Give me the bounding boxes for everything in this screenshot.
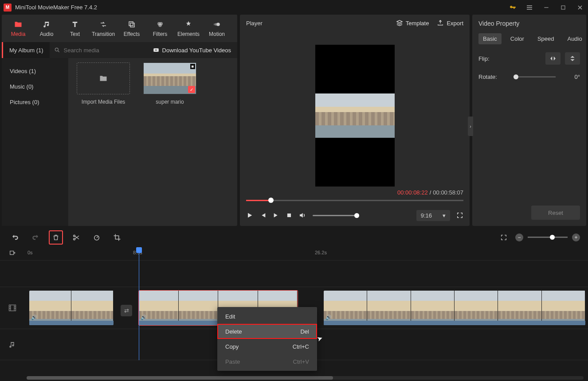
search-input[interactable] [64,47,122,54]
template-button[interactable]: Template [396,19,429,27]
next-frame-icon[interactable] [273,212,280,219]
property-panel: › Video Property Basic Color Speed Audio… [472,15,586,226]
crop-icon[interactable] [110,230,124,245]
maximize-icon[interactable] [559,3,568,12]
export-button[interactable]: Export [437,19,463,27]
media-sidebar: Videos (1) Music (0) Pictures (0) [2,58,68,226]
ruler-mark: 26.2s [315,250,327,255]
prev-frame-icon[interactable] [259,212,267,219]
zoom-slider[interactable] [528,237,568,238]
album-tab[interactable]: My Album (1) [2,42,50,58]
ctx-copy[interactable]: CopyCtrl+C [217,339,317,354]
svg-rect-1 [129,22,133,26]
tab-audio[interactable]: Audio [33,16,60,41]
timeline-toolbar: − + [0,227,588,247]
prop-tab-color[interactable]: Color [506,33,529,44]
ctx-paste: PasteCtrl+V [217,354,317,369]
rotate-slider[interactable] [516,76,556,78]
close-icon[interactable] [576,3,584,12]
media-thumb[interactable]: ■ ✓ [143,62,196,94]
redo-icon[interactable] [28,230,43,245]
timeline-scrollbar[interactable] [27,376,584,380]
play-icon[interactable] [246,212,253,219]
volume-slider[interactable] [313,215,357,216]
key-icon[interactable] [508,3,517,12]
speed-icon[interactable] [90,230,104,245]
flip-label: Flip: [478,55,490,62]
tab-motion[interactable]: Motion [203,16,231,41]
titlebar: M MiniTool MovieMaker Free 7.4.2 [0,0,588,15]
clip-3[interactable]: 🔊 [324,291,585,325]
clip-volume-icon: 🔊 [141,315,147,320]
delete-icon[interactable] [49,230,63,245]
time-total: 00:00:58:07 [433,189,463,196]
svg-rect-11 [287,214,291,217]
context-menu: Edit DeleteDel CopyCtrl+C PasteCtrl+V [217,307,317,371]
svg-rect-0 [561,6,565,9]
ctx-edit[interactable]: Edit [217,309,317,324]
timeline-ruler[interactable]: 0s 8.9s 26.2s [0,247,588,260]
app-logo: M [4,4,12,12]
svg-rect-16 [9,305,16,311]
zoom-out-icon[interactable]: − [515,233,523,241]
tab-filters[interactable]: Filters [146,16,174,41]
youtube-icon [153,47,160,53]
fit-icon[interactable] [497,230,511,245]
import-media[interactable] [77,62,130,94]
stop-icon[interactable] [286,212,292,218]
player-panel: Player Template Export 00:00:08:22 / 00:… [240,15,470,226]
property-title: Video Property [478,20,580,27]
tab-transition[interactable]: Transition [90,16,117,41]
split-icon[interactable] [69,230,83,245]
sidebar-pictures[interactable]: Pictures (0) [2,94,68,110]
motion-icon [213,19,221,29]
time-current: 00:00:08:22 [397,189,428,196]
playhead[interactable] [139,247,139,360]
folder-icon [14,19,23,29]
ruler-mark: 0s [27,250,33,255]
volume-icon[interactable] [298,211,306,219]
zoom-in-icon[interactable]: + [572,233,580,241]
panel-collapse-icon[interactable]: › [468,117,473,136]
tab-text[interactable]: Text [61,16,89,41]
minimize-icon[interactable] [542,3,551,12]
video-badge-icon: ■ [190,64,195,69]
sidebar-music[interactable]: Music (0) [2,79,68,94]
transition-slot-icon[interactable]: ⇄ [121,305,132,316]
fullscreen-icon[interactable] [456,212,463,219]
svg-rect-2 [130,23,134,27]
filters-icon [156,19,164,29]
aspect-ratio-select[interactable]: 9:16▾ [416,210,450,221]
sidebar-videos[interactable]: Videos (1) [2,63,68,79]
ctx-delete[interactable]: DeleteDel [217,324,317,339]
tab-elements[interactable]: Elements [175,16,202,41]
rotate-label: Rotate: [478,74,497,80]
app-title: MiniTool MovieMaker Free 7.4.2 [15,4,97,11]
prop-tab-basic[interactable]: Basic [478,33,502,44]
clip-volume-icon: 🔊 [325,315,332,320]
menu-icon[interactable] [525,3,534,12]
svg-point-9 [55,48,58,51]
effects-icon [128,19,136,29]
undo-icon[interactable] [8,230,22,245]
svg-rect-15 [10,251,14,255]
seek-bar[interactable] [246,196,463,205]
media-label: super mario [156,99,184,105]
prop-tab-audio[interactable]: Audio [563,33,586,44]
download-youtube[interactable]: Download YouTube Videos [146,47,237,54]
tab-effects[interactable]: Effects [118,16,145,41]
svg-point-5 [158,24,162,27]
track-overlay[interactable] [0,260,588,287]
flip-horizontal-icon[interactable] [545,52,561,65]
tab-media[interactable]: Media [4,16,32,41]
add-marker-icon[interactable] [9,250,16,257]
search-icon [54,47,60,53]
reset-button[interactable]: Reset [531,206,580,220]
chevron-down-icon: ▾ [443,212,446,219]
transition-icon [99,19,108,29]
media-panel: Media Audio Text Transition Effects Filt… [2,15,237,226]
clip-1[interactable]: 🔊 [29,291,114,325]
prop-tab-speed[interactable]: Speed [533,33,559,44]
flip-vertical-icon[interactable] [565,52,580,65]
import-label: Import Media Files [82,99,125,105]
